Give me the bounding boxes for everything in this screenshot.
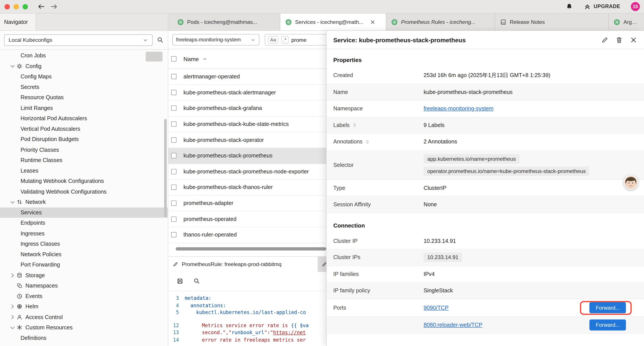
table-row[interactable]: kube-prometheus-stack-thanos-ruler <box>168 180 326 195</box>
sidebar-item-endpoints[interactable]: Endpoints <box>0 218 168 228</box>
editor-tab-strip: PrometheusRule: freeleaps-prod-rabbitmq <box>168 256 326 272</box>
notification-count-badge[interactable]: 15 <box>631 2 640 11</box>
close-icon[interactable] <box>630 36 638 44</box>
sidebar-item-definitions[interactable]: Definitions <box>0 333 168 343</box>
sort-ascending-icon[interactable] <box>202 56 208 62</box>
delete-trash-icon[interactable] <box>615 36 623 44</box>
table-row[interactable]: thanos-ruler-operated <box>168 227 326 243</box>
row-checkbox[interactable] <box>171 137 176 143</box>
sidebar-item-access-control[interactable]: Access Control <box>0 312 168 322</box>
upgrade-button[interactable]: UPGRADE <box>584 3 620 10</box>
tab-release-notes[interactable]: Release Notes <box>495 13 609 30</box>
sidebar-item-validating-webhook-configurations[interactable]: Validating Webhook Configurations <box>0 186 168 197</box>
table-row[interactable]: prometheus-adapter <box>168 196 326 211</box>
close-tab-icon[interactable] <box>370 19 376 25</box>
save-icon[interactable] <box>176 278 184 285</box>
sidebar-scrollbar[interactable] <box>164 119 166 217</box>
sidebar-item-services[interactable]: Services <box>0 207 168 218</box>
namespace-link[interactable]: freeleaps-monitoring-system <box>424 106 494 112</box>
port-link[interactable]: 8080:reloader-web/TCP <box>424 322 482 328</box>
sidebar-item-network-policies[interactable]: Network Policies <box>0 249 168 260</box>
table-row[interactable]: kube-prometheus-stack-grafana <box>168 100 326 116</box>
sidebar-item-cron-jobs[interactable]: Cron Jobs <box>0 50 168 61</box>
row-checkbox[interactable] <box>171 185 176 190</box>
row-checkbox[interactable] <box>171 90 176 95</box>
expand-collapse-icon[interactable] <box>352 123 357 127</box>
sidebar-item-leases[interactable]: Leases <box>0 166 168 176</box>
edit-pencil-icon[interactable] <box>601 36 609 44</box>
column-header-name[interactable]: Name <box>184 56 199 62</box>
search-icon[interactable] <box>157 36 164 43</box>
tab-argo[interactable]: Argo S <box>609 13 644 30</box>
namespace-filter-select[interactable]: freeleaps-monitoring-system <box>172 34 259 45</box>
sidebar-item-events[interactable]: Events <box>0 291 168 302</box>
sidebar-item-config[interactable]: Config <box>0 61 168 71</box>
close-window-button[interactable] <box>4 4 10 9</box>
search-icon[interactable] <box>193 278 200 285</box>
code-line: 5 kubectl.kubernetes.io/last-applied-co <box>168 309 326 316</box>
sidebar-item-mutating-webhook-configurations[interactable]: Mutating Webhook Configurations <box>0 176 168 186</box>
kubeconfig-select[interactable]: Local Kubeconfigs <box>4 34 153 45</box>
forward-port-button[interactable]: Forward... <box>590 319 626 331</box>
maximize-window-button[interactable] <box>22 4 28 9</box>
property-row-namespace: Namespace freeleaps-monitoring-system <box>327 100 644 117</box>
row-checkbox[interactable] <box>171 106 176 111</box>
yaml-editor[interactable]: 3 metadata: 4 annotations: 5 kubectl.kub… <box>168 291 326 344</box>
forward-port-button[interactable]: Forward... <box>590 302 626 313</box>
row-checkbox[interactable] <box>171 201 176 206</box>
table-row[interactable]: kube-prometheus-stack-prometheus-node-ex… <box>168 164 326 180</box>
regex-toggle[interactable]: .* <box>281 36 288 43</box>
drawer-header: Service: kube-prometheus-stack-prometheu… <box>327 31 644 49</box>
expand-collapse-icon[interactable] <box>365 139 370 144</box>
sidebar-item-runtime-classes[interactable]: Runtime Classes <box>0 155 168 166</box>
row-checkbox[interactable] <box>171 74 176 79</box>
row-checkbox[interactable] <box>171 169 176 174</box>
sidebar-item-limit-ranges[interactable]: Limit Ranges <box>0 103 168 113</box>
kubeconfig-row: Local Kubeconfigs <box>0 31 168 49</box>
list-search-input[interactable]: Aa .* prome <box>265 34 326 45</box>
match-case-toggle[interactable]: Aa <box>268 36 278 43</box>
row-checkbox[interactable] <box>171 153 176 158</box>
sidebar-item-config-maps[interactable]: Config Maps <box>0 71 168 82</box>
sidebar-item-storage[interactable]: Storage <box>0 270 168 281</box>
tab-prometheus-rules[interactable]: Prometheus Rules - icecheng... <box>386 13 495 30</box>
avatar[interactable] <box>624 175 638 190</box>
editor-tab-prometheusrule[interactable]: PrometheusRule: freeleaps-prod-rabbitmq <box>168 256 318 272</box>
sidebar-item-ingresses[interactable]: Ingresses <box>0 228 168 239</box>
sidebar-item-vertical-pod-autoscalers[interactable]: Vertical Pod Autoscalers <box>0 124 168 134</box>
table-row[interactable]: alertmanager-operated <box>168 69 326 85</box>
back-icon[interactable] <box>37 2 45 10</box>
forward-icon[interactable] <box>50 2 58 10</box>
sidebar-item-resource-quotas[interactable]: Resource Quotas <box>0 92 168 103</box>
chevron-down-icon <box>9 63 16 69</box>
tab-services[interactable]: Services - icecheng@math... <box>280 13 386 30</box>
table-row[interactable]: kube-prometheus-stack-operator <box>168 132 326 148</box>
table-row-selected[interactable]: kube-prometheus-stack-prometheus <box>168 148 326 164</box>
sidebar-item-network[interactable]: Network <box>0 197 168 207</box>
sidebar-item-port-forwarding[interactable]: Port Forwarding <box>0 260 168 270</box>
table-row[interactable]: kube-prometheus-stack-alertmanager <box>168 85 326 100</box>
filter-row: freeleaps-monitoring-system Aa .* prome <box>168 31 326 49</box>
horizontal-scrollbar[interactable] <box>176 247 326 250</box>
sidebar-item-ingress-classes[interactable]: Ingress Classes <box>0 239 168 249</box>
editor-tab-next[interactable] <box>318 256 326 272</box>
port-link[interactable]: 9090/TCP <box>424 304 448 311</box>
sidebar-item-custom-resources[interactable]: Custom Resources <box>0 322 168 333</box>
sidebar-item-priority-classes[interactable]: Priority Classes <box>0 145 168 155</box>
row-checkbox[interactable] <box>171 216 176 222</box>
minimize-window-button[interactable] <box>14 4 19 9</box>
notifications-bell-icon[interactable] <box>566 3 573 10</box>
select-all-checkbox[interactable] <box>171 56 176 61</box>
table-row[interactable]: kube-prometheus-stack-kube-state-metrics <box>168 116 326 132</box>
sidebar-item-secrets[interactable]: Secrets <box>0 82 168 92</box>
tab-pods[interactable]: Pods - icecheng@mathmas... <box>172 13 280 30</box>
row-checkbox[interactable] <box>171 121 176 127</box>
row-checkbox[interactable] <box>171 232 176 237</box>
sidebar-item-horizontal-pod-autoscalers[interactable]: Horizontal Pod Autoscalers <box>0 113 168 124</box>
sidebar-item-namespaces[interactable]: Namespaces <box>0 281 168 291</box>
sidebar-item-pod-disruption-budgets[interactable]: Pod Disruption Budgets <box>0 134 168 145</box>
clock-icon <box>16 293 22 299</box>
sidebar-item-helm[interactable]: Helm <box>0 301 168 312</box>
table-row[interactable]: prometheus-operated <box>168 211 326 227</box>
navigator-panel-tab[interactable]: Navigator <box>0 13 36 30</box>
